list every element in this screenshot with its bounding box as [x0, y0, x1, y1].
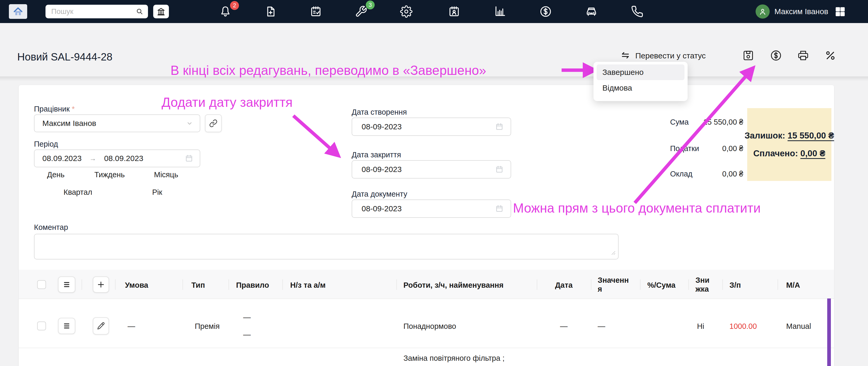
home-icon [12, 6, 24, 17]
calls-button[interactable] [629, 4, 645, 19]
date-closed-input[interactable]: 08-09-2023 [352, 160, 511, 178]
select-all-checkbox[interactable] [37, 280, 46, 289]
balance-paid: Сплачено: 0,00 ₴ [753, 148, 825, 159]
date-document-label: Дата документу [352, 190, 407, 198]
cell-typ: Премія [195, 322, 220, 331]
column-separator [778, 279, 778, 290]
quick-period-month[interactable]: Місяць [154, 170, 178, 179]
column-separator [82, 279, 82, 290]
status-option-declined[interactable]: Відмова [597, 80, 684, 96]
finance-button[interactable] [538, 4, 554, 19]
date-closed-label: Дата закриття [352, 150, 401, 159]
pay-button[interactable] [770, 50, 782, 61]
suma-value: 15 550,00 ₴ [670, 118, 743, 126]
phone-icon [631, 5, 643, 18]
column-separator [640, 279, 641, 290]
balance-paid-value: 0,00 ₴ [800, 148, 825, 158]
search-icon[interactable] [135, 7, 144, 16]
date-created-label: Дата створення [352, 108, 407, 116]
search-input[interactable] [45, 7, 135, 16]
quick-period-day[interactable]: День [47, 170, 65, 179]
period-range-input[interactable]: 08.09.2023 → 08.09.2023 [34, 149, 200, 167]
calendar-icon [495, 122, 504, 131]
row-checkbox[interactable] [37, 321, 46, 330]
period-from: 08.09.2023 [42, 154, 82, 163]
settings-button[interactable] [398, 4, 414, 19]
quick-period-year[interactable]: Рік [152, 188, 162, 197]
quick-period-week[interactable]: Тиждень [94, 170, 125, 179]
col-header-pravylo: Правило [236, 281, 269, 289]
home-button[interactable] [9, 4, 27, 19]
col-header-nz: Н/з та а/м [290, 281, 326, 289]
column-separator [228, 279, 229, 290]
apps-button[interactable] [835, 6, 845, 17]
calendar-icon [185, 154, 193, 163]
annotation-pay: Можна прям з цього документа сплатити [513, 200, 761, 216]
reports-button[interactable] [492, 4, 508, 19]
col-header-data: Дата [537, 281, 591, 289]
employee-link-button[interactable] [205, 114, 222, 132]
swap-arrows-icon [620, 51, 630, 61]
page-title: Новий SAL-9444-28 [17, 51, 113, 63]
bank-icon [156, 7, 166, 16]
save-button[interactable] [742, 50, 754, 61]
podatky-value: 0,00 ₴ [670, 144, 743, 153]
table-accent-bar [827, 299, 831, 366]
balance-remaining: Залишок: 15 550,00 ₴ [745, 131, 834, 141]
table-menu-button[interactable] [58, 277, 75, 293]
calendar-icon [495, 165, 504, 174]
search-box [45, 5, 148, 18]
tasks-button[interactable] [308, 4, 324, 19]
date-created-input[interactable]: 08-09-2023 [352, 117, 511, 136]
printer-icon [797, 50, 809, 61]
row-edit-button[interactable] [93, 317, 109, 335]
hr-calendar-button[interactable] [446, 4, 462, 19]
row-menu-button[interactable] [58, 318, 75, 334]
resize-handle-icon[interactable] [609, 249, 616, 255]
calendar-person-icon [448, 5, 460, 18]
status-transfer-button[interactable]: Перевести у статус [620, 51, 706, 61]
chevron-down-icon [186, 119, 193, 127]
quick-period-quarter[interactable]: Квартал [64, 188, 92, 197]
avatar[interactable] [755, 4, 770, 19]
file-plus-icon [264, 5, 277, 18]
user-name[interactable]: Максим Іванов [774, 7, 828, 16]
column-separator [282, 279, 283, 290]
col-header-umova: Умова [125, 281, 148, 289]
column-separator [183, 279, 183, 290]
col-header-typ: Тип [191, 281, 205, 289]
discount-button[interactable] [824, 50, 836, 61]
balance-remaining-value: 15 550,00 ₴ [787, 131, 834, 140]
column-separator [722, 279, 723, 290]
bar-chart-icon [494, 5, 506, 18]
cell-znyzhka: Ні [697, 322, 704, 331]
bell-icon [219, 5, 231, 18]
notifications-badge: 2 [230, 1, 239, 10]
bank-button[interactable] [153, 5, 169, 18]
date-document-input[interactable]: 08-09-2023 [352, 199, 511, 218]
dollar-circle-icon [539, 5, 552, 18]
period-to: 08.09.2023 [104, 154, 143, 163]
user-icon [758, 7, 767, 16]
cell-pravylo-2: — [243, 330, 251, 339]
add-row-button[interactable] [93, 277, 109, 293]
employee-select[interactable]: Максим Іванов [34, 114, 200, 132]
comment-label: Коментар [34, 223, 68, 232]
hamburger-icon [62, 321, 71, 330]
tools-badge: 3 [366, 1, 375, 9]
balance-box: Залишок: 15 550,00 ₴ Сплачено: 0,00 ₴ [747, 108, 831, 181]
status-option-completed[interactable]: Завершено [597, 64, 684, 80]
comment-textarea[interactable] [34, 234, 619, 259]
cell-data: — [537, 322, 591, 331]
col-header-znachennia: Значення [598, 276, 633, 293]
create-document-button[interactable] [263, 4, 278, 19]
cell-roboty-row2: Заміна повітряного фільтра ; [403, 354, 504, 363]
vehicles-button[interactable] [584, 4, 599, 19]
row-divider [19, 348, 834, 348]
print-button[interactable] [797, 50, 809, 61]
top-navbar: 2 3 [0, 0, 868, 23]
required-mark: * [72, 105, 74, 113]
col-header-suma: %/Сума [647, 281, 676, 289]
cell-pravylo-1: — [243, 313, 251, 322]
wrench-icon [355, 5, 367, 18]
